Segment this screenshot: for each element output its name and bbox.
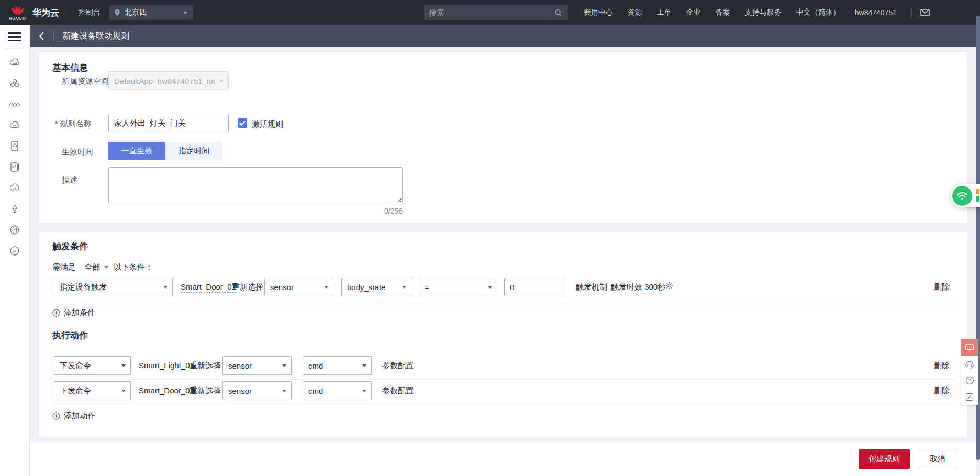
top-bar: HUAWEI 华为云 控制台 北京四 费用中心 资源 工单 企业 备案 支持与服… <box>0 0 980 25</box>
sidebar-item-cloud-server[interactable] <box>0 52 29 73</box>
nav-billing-center[interactable]: 费用中心 <box>584 8 613 17</box>
specified-time-button[interactable]: 指定时间 <box>165 142 222 160</box>
console-link[interactable]: 控制台 <box>79 8 101 17</box>
condition-operator-select[interactable]: = <box>419 278 497 296</box>
nav-language[interactable]: 中文（简体） <box>796 8 840 17</box>
activate-rule-checkbox[interactable] <box>238 118 247 128</box>
param-config-link[interactable]: 参数配置 <box>382 361 414 371</box>
always-effective-button[interactable]: 一直生效 <box>108 142 165 160</box>
topbar-divider <box>69 8 69 17</box>
toolbar-panel: ? <box>961 356 978 405</box>
resource-space-select[interactable]: DefaultApp_hw84740751_iot <box>108 71 229 90</box>
action-delete-link[interactable]: 删除 <box>934 386 950 396</box>
sidebar-item-global[interactable] <box>0 219 29 240</box>
action-command-select[interactable]: cmd <box>303 356 372 375</box>
search-input[interactable] <box>424 8 549 17</box>
chat-p-icon: P <box>9 246 20 256</box>
trigger-section-title: 触发条件 <box>52 240 88 252</box>
sidebar-item-support[interactable]: P <box>0 240 29 261</box>
feedback-chat-button[interactable] <box>961 339 978 356</box>
sidebar-item-device[interactable] <box>0 136 29 157</box>
following-conditions-label: 以下条件： <box>114 262 153 272</box>
global-search <box>424 5 568 20</box>
nav-support[interactable]: 支持与服务 <box>745 8 782 17</box>
action-service-select[interactable]: sensor <box>222 381 292 400</box>
sidebar-item-cloud-storage[interactable] <box>0 115 29 136</box>
huawei-logo-text: HUAWEI <box>9 17 27 20</box>
memo-pencil-icon <box>965 393 974 401</box>
region-selector[interactable]: 北京四 <box>109 5 193 20</box>
chevron-down-icon <box>121 390 126 392</box>
survey-button[interactable] <box>961 389 978 405</box>
condition-reselect-link[interactable]: 重新选择 <box>232 282 263 292</box>
sidebar-item-network[interactable] <box>0 94 29 115</box>
network-widget[interactable] <box>951 184 980 207</box>
nav-username[interactable]: hw84740751 <box>855 8 897 17</box>
nav-enterprise[interactable]: 企业 <box>686 8 701 17</box>
condition-type-select[interactable]: 指定设备触发 <box>54 278 173 296</box>
brand-title[interactable]: 华为云 <box>32 7 59 19</box>
rule-config-card: 触发条件 需满足 全部 以下条件： 指定设备触发 Smart_Door_01 重… <box>39 232 967 437</box>
action-delete-link[interactable]: 删除 <box>934 361 950 371</box>
add-action-button[interactable]: 添加动作 <box>52 411 95 421</box>
condition-logic-dropdown[interactable]: 全部 <box>84 262 108 272</box>
param-config-link[interactable]: 参数配置 <box>382 386 414 396</box>
action-device-link[interactable]: Smart_Door_01 <box>139 386 194 396</box>
question-circle-icon: ? <box>965 376 974 385</box>
headset-icon <box>965 360 974 369</box>
resource-space-value: DefaultApp_hw84740751_iot <box>114 76 215 85</box>
svg-text:P: P <box>13 249 16 254</box>
left-sidebar: P <box>0 25 29 476</box>
nav-work-orders[interactable]: 工单 <box>657 8 672 17</box>
globe-icon <box>9 225 20 235</box>
sidebar-item-docs[interactable] <box>0 157 29 178</box>
add-condition-button[interactable]: 添加条件 <box>52 308 95 318</box>
chevron-down-icon <box>282 364 286 367</box>
check-icon <box>239 120 246 126</box>
sidebar-item-cloud-sync[interactable] <box>0 178 29 198</box>
plus-circle-icon <box>52 412 60 420</box>
huawei-logo[interactable]: HUAWEI <box>6 5 29 20</box>
trigger-validity-label: 触发时效 300秒 <box>611 282 665 292</box>
cloud-arrow-icon <box>9 183 20 193</box>
effective-time-toggle: 一直生效 指定时间 <box>108 142 222 160</box>
basic-info-title: 基本信息 <box>52 62 88 74</box>
condition-delete-link[interactable]: 删除 <box>934 282 950 292</box>
support-agent-button[interactable] <box>961 356 978 372</box>
action-device-link[interactable]: Smart_Light_01 <box>139 361 194 371</box>
action-service-select[interactable]: sensor <box>222 356 292 375</box>
help-button[interactable]: ? <box>961 372 978 389</box>
divider <box>52 379 954 380</box>
chevron-down-icon <box>282 390 286 392</box>
action-reselect-link[interactable]: 重新选择 <box>190 386 221 396</box>
wifi-icon <box>952 186 972 206</box>
nav-resources[interactable]: 资源 <box>628 8 642 17</box>
sidebar-item-iot[interactable] <box>0 198 29 219</box>
hamburger-icon <box>8 30 21 43</box>
location-pin-icon <box>114 9 120 16</box>
back-button[interactable] <box>29 25 53 47</box>
action-reselect-link[interactable]: 重新选择 <box>190 361 221 371</box>
action-type-select[interactable]: 下发命令 <box>54 381 131 400</box>
cancel-button[interactable]: 取消 <box>919 450 956 468</box>
action-command-select[interactable]: cmd <box>303 381 372 400</box>
action-type-select[interactable]: 下发命令 <box>54 356 131 375</box>
widget-extra-icons <box>976 189 979 202</box>
topbar-divider <box>911 8 912 17</box>
condition-property-select[interactable]: body_state <box>341 278 411 296</box>
condition-device-link[interactable]: Smart_Door_01 <box>181 282 236 293</box>
condition-service-select[interactable]: sensor <box>264 278 333 296</box>
search-icon[interactable] <box>549 9 568 17</box>
must-satisfy-label: 需满足 <box>52 262 76 272</box>
rule-name-input[interactable] <box>108 114 229 132</box>
nav-filing[interactable]: 备案 <box>716 8 730 17</box>
description-textarea[interactable] <box>108 167 403 203</box>
required-asterisk: * <box>55 119 58 128</box>
condition-value-input[interactable] <box>504 278 565 296</box>
menu-toggle-button[interactable] <box>0 25 29 48</box>
sidebar-item-groups[interactable] <box>0 73 29 94</box>
floating-toolbar: ? <box>961 339 978 405</box>
gear-icon[interactable] <box>665 282 673 291</box>
create-rule-button[interactable]: 创建规则 <box>859 449 910 469</box>
messages-icon[interactable] <box>920 9 930 16</box>
